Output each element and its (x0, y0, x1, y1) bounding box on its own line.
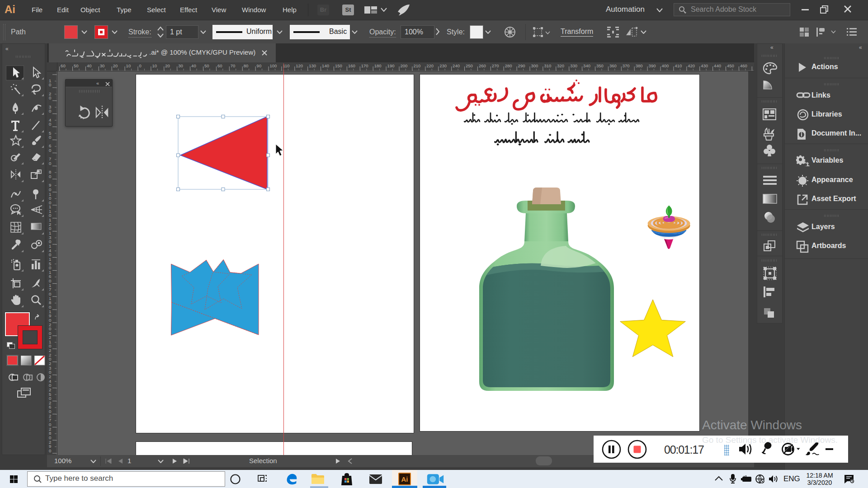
svg-text:120: 120 (296, 63, 303, 68)
svg-text:240: 240 (453, 63, 460, 68)
svg-text:0: 0 (49, 108, 51, 113)
svg-text:430: 430 (701, 63, 708, 68)
svg-text:60: 60 (217, 63, 222, 68)
svg-text:260: 260 (479, 63, 486, 68)
svg-text:20: 20 (113, 63, 118, 68)
svg-text:140: 140 (322, 63, 329, 68)
svg-text:130: 130 (309, 63, 316, 68)
svg-text:0: 0 (49, 122, 51, 127)
svg-text:410: 410 (675, 63, 682, 68)
svg-text:50: 50 (204, 63, 209, 68)
svg-text:180: 180 (374, 63, 382, 68)
svg-text:350: 350 (596, 63, 604, 68)
svg-text:380: 380 (636, 63, 643, 68)
svg-text:10: 10 (126, 63, 131, 68)
svg-text:210: 210 (413, 63, 420, 68)
svg-text:420: 420 (688, 63, 695, 68)
svg-text:320: 320 (557, 63, 564, 68)
svg-text:40: 40 (87, 63, 92, 68)
svg-text:160: 160 (348, 63, 355, 68)
svg-text:400: 400 (662, 63, 669, 68)
svg-text:230: 230 (439, 63, 447, 68)
svg-text:30: 30 (178, 63, 183, 68)
svg-text:460: 460 (740, 63, 747, 68)
svg-text:220: 220 (426, 63, 434, 68)
svg-text:390: 390 (649, 63, 656, 68)
svg-text:90: 90 (257, 63, 262, 68)
svg-text:30: 30 (100, 63, 105, 68)
svg-text:0: 0 (139, 63, 142, 68)
svg-text:0: 0 (49, 148, 51, 153)
svg-text:100: 100 (270, 63, 277, 68)
svg-text:270: 270 (492, 63, 499, 68)
svg-text:450: 450 (727, 63, 734, 68)
svg-text:70: 70 (231, 63, 236, 68)
svg-text:330: 330 (570, 63, 577, 68)
svg-text:10: 10 (152, 63, 157, 68)
svg-text:0: 0 (49, 448, 51, 453)
svg-text:150: 150 (335, 63, 342, 68)
svg-text:40: 40 (191, 63, 196, 68)
svg-text:440: 440 (714, 63, 721, 68)
svg-text:250: 250 (466, 63, 473, 68)
svg-text:80: 80 (244, 63, 249, 68)
svg-text:300: 300 (531, 63, 538, 68)
svg-text:0: 0 (49, 135, 51, 140)
svg-text:20: 20 (165, 63, 170, 68)
svg-text:340: 340 (583, 63, 590, 68)
svg-text:50: 50 (74, 63, 79, 68)
svg-text:0: 0 (49, 174, 51, 179)
svg-text:0: 0 (49, 161, 51, 166)
svg-text:280: 280 (505, 63, 512, 68)
svg-text:200: 200 (401, 63, 408, 68)
svg-text:370: 370 (623, 63, 630, 68)
svg-text:0: 0 (49, 95, 51, 100)
svg-text:190: 190 (387, 63, 395, 68)
svg-text:170: 170 (361, 63, 368, 68)
svg-text:0: 0 (49, 82, 51, 87)
svg-text:310: 310 (544, 63, 551, 68)
svg-text:60: 60 (61, 63, 66, 68)
svg-text:360: 360 (609, 63, 617, 68)
svg-text:290: 290 (518, 63, 525, 68)
